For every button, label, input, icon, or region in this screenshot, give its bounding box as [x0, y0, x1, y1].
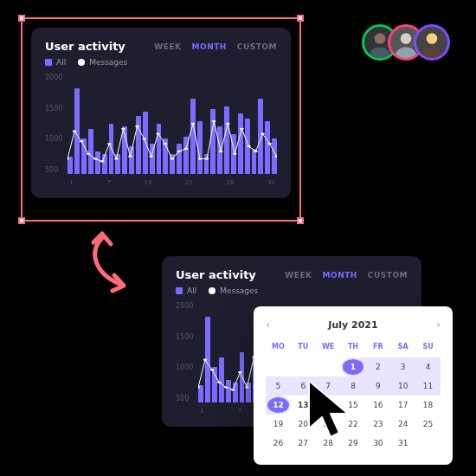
svg-point-37	[217, 382, 222, 383]
range-tabs: WEEK MONTH CUSTOM	[154, 42, 277, 51]
svg-point-10	[135, 125, 139, 127]
svg-point-41	[245, 386, 249, 388]
cal-day[interactable]: 19	[266, 415, 291, 434]
svg-point-28	[261, 132, 265, 134]
cal-day[interactable]: 18	[415, 396, 441, 415]
svg-point-26	[247, 145, 251, 147]
svg-point-12	[150, 156, 154, 158]
cal-dow: FR	[365, 339, 390, 357]
legend-messages: Messages	[220, 286, 258, 295]
mouse-cursor-icon	[305, 376, 365, 446]
svg-point-2	[80, 140, 84, 142]
svg-point-23	[226, 123, 230, 125]
svg-point-6	[107, 143, 112, 145]
svg-point-15	[170, 158, 175, 159]
resize-handle-tr[interactable]	[297, 15, 304, 22]
cal-day[interactable]: 9	[365, 376, 390, 396]
cal-dow: TH	[341, 339, 366, 357]
svg-point-27	[254, 151, 258, 152]
svg-point-34	[198, 386, 200, 388]
cal-day[interactable]: 24	[390, 415, 415, 434]
svg-point-4	[93, 158, 98, 159]
sync-arrow-icon	[76, 225, 154, 303]
cal-day[interactable]: 31	[390, 434, 415, 453]
svg-point-31	[375, 33, 386, 44]
svg-point-33	[427, 33, 438, 44]
resize-handle-bl[interactable]	[18, 217, 25, 224]
svg-point-3	[87, 153, 91, 155]
collaborator-avatars	[362, 24, 450, 61]
chart: 200015001000500 1714212831	[45, 74, 277, 186]
svg-point-35	[203, 359, 208, 361]
cal-day[interactable]: 12	[266, 396, 291, 415]
svg-point-21	[212, 120, 216, 122]
tab-week[interactable]: WEEK	[154, 42, 181, 51]
svg-point-29	[268, 143, 273, 145]
cal-dow: WE	[316, 339, 341, 357]
cal-next-icon[interactable]: ›	[436, 318, 441, 331]
tab-week[interactable]: WEEK	[285, 271, 312, 280]
svg-point-18	[191, 123, 196, 125]
svg-point-14	[164, 143, 168, 145]
cal-dow: SA	[390, 339, 415, 357]
svg-point-20	[205, 158, 209, 159]
cal-day[interactable]: 23	[365, 415, 390, 434]
cal-day[interactable]: 16	[365, 396, 390, 415]
svg-point-25	[240, 128, 244, 130]
cal-month-label: July 2021	[328, 319, 377, 331]
resize-handle-br[interactable]	[297, 217, 304, 224]
chart-legend: All Messages	[45, 58, 277, 67]
legend-messages: Messages	[89, 58, 127, 67]
chart-legend: All Messages	[176, 286, 408, 295]
cal-dow: MO	[266, 339, 291, 357]
cal-day[interactable]: 10	[390, 376, 415, 396]
svg-point-22	[219, 151, 223, 152]
cal-day[interactable]: 5	[266, 376, 291, 396]
svg-point-8	[121, 128, 125, 130]
svg-point-24	[233, 153, 237, 155]
cal-day[interactable]: 26	[266, 434, 291, 453]
legend-all: All	[56, 58, 66, 67]
cal-dow: TU	[291, 339, 316, 357]
cal-day[interactable]: 3	[390, 357, 415, 376]
cal-dow: SU	[415, 339, 441, 357]
svg-point-17	[184, 148, 189, 150]
tab-custom[interactable]: CUSTOM	[237, 42, 277, 51]
cal-day[interactable]: 11	[415, 376, 441, 396]
svg-point-7	[114, 158, 119, 159]
svg-point-11	[143, 138, 147, 139]
tab-month[interactable]: MONTH	[192, 42, 227, 51]
cal-day[interactable]: 2	[365, 357, 390, 376]
svg-point-32	[401, 33, 412, 44]
avatar[interactable]	[414, 24, 450, 61]
svg-point-38	[224, 386, 228, 388]
activity-card-selected: User activity WEEK MONTH CUSTOM All Mess…	[31, 28, 291, 198]
cal-day[interactable]: 1	[341, 357, 366, 376]
cal-day[interactable]: 4	[415, 357, 441, 376]
svg-point-0	[68, 158, 69, 159]
cal-prev-icon[interactable]: ‹	[266, 318, 270, 331]
cal-day[interactable]: 25	[415, 415, 441, 434]
svg-point-40	[238, 371, 242, 373]
svg-point-19	[198, 158, 203, 159]
cal-day[interactable]: 17	[390, 396, 415, 415]
svg-point-36	[210, 369, 215, 370]
svg-point-30	[275, 156, 277, 158]
tab-month[interactable]: MONTH	[323, 271, 357, 280]
legend-all: All	[187, 286, 196, 295]
svg-point-16	[177, 151, 182, 152]
svg-point-13	[157, 132, 161, 134]
svg-point-9	[128, 156, 132, 158]
card-title: User activity	[176, 268, 256, 281]
resize-handle-tl[interactable]	[18, 15, 25, 22]
card-title: User activity	[45, 40, 125, 53]
range-tabs: WEEK MONTH CUSTOM	[285, 271, 408, 280]
cal-day[interactable]: 30	[365, 434, 390, 453]
svg-point-5	[100, 160, 105, 162]
svg-point-1	[73, 131, 77, 132]
svg-point-39	[231, 389, 235, 390]
tab-custom[interactable]: CUSTOM	[368, 271, 408, 280]
